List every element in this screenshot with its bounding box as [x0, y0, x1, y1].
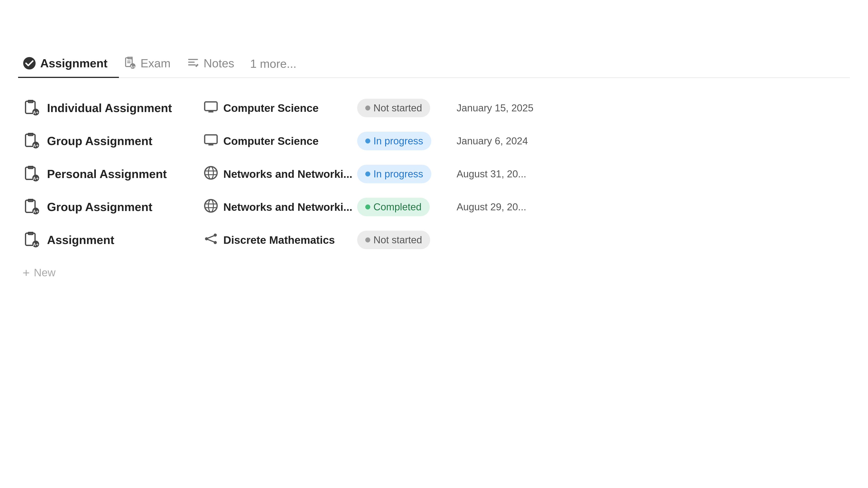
main-container: Assignment A+ Exam [0, 0, 868, 302]
row-label-2: Group Assignment [47, 134, 152, 148]
status-dot-2 [365, 138, 370, 143]
col-status-3: In progress [357, 165, 447, 183]
tab-more-label: 1 more... [250, 57, 296, 70]
svg-point-34 [209, 199, 213, 212]
globe-icon-3 [204, 165, 218, 183]
row-icon-3: A+ [23, 165, 41, 183]
date-label-3: August 31, 20... [457, 168, 526, 180]
row-icon-1: A+ [23, 99, 41, 117]
row-label-1: Individual Assignment [47, 101, 172, 115]
table-row[interactable]: A+ Group Assignment Networks and Network… [18, 191, 850, 223]
svg-text:A+: A+ [130, 65, 135, 69]
svg-point-33 [205, 199, 217, 212]
computer-icon-2 [204, 132, 218, 150]
svg-text:A+: A+ [33, 209, 38, 214]
col-date-1: January 15, 2025 [447, 102, 845, 113]
col-name-2: A+ Group Assignment [23, 132, 204, 150]
col-name-1: A+ Individual Assignment [23, 99, 204, 117]
svg-text:A+: A+ [33, 110, 38, 115]
date-label-1: January 15, 2025 [457, 102, 533, 113]
svg-point-0 [23, 57, 36, 70]
svg-line-44 [208, 236, 214, 238]
svg-text:A+: A+ [33, 176, 38, 181]
tab-more[interactable]: 1 more... [246, 50, 301, 77]
computer-icon-1 [204, 99, 218, 117]
status-text-1: Not started [373, 102, 422, 113]
tab-exam-label: Exam [141, 57, 170, 70]
assignments-table: A+ Individual Assignment Computer Scienc… [18, 92, 850, 256]
col-status-5: Not started [357, 231, 447, 249]
status-badge-2: In progress [357, 132, 431, 150]
new-button-label: New [34, 266, 56, 279]
exam-tab-icon: A+ [123, 57, 136, 70]
svg-line-45 [208, 239, 214, 242]
status-badge-3: In progress [357, 165, 431, 183]
col-subject-5: Discrete Mathematics [204, 231, 357, 249]
col-subject-4: Networks and Networki... [204, 198, 357, 216]
subject-label-1: Computer Science [223, 102, 318, 114]
table-row[interactable]: A+ Individual Assignment Computer Scienc… [18, 92, 850, 125]
row-icon-4: A+ [23, 198, 41, 216]
col-date-3: August 31, 20... [447, 168, 845, 180]
status-text-3: In progress [373, 168, 423, 180]
col-status-4: Completed [357, 198, 447, 216]
assignment-tab-icon [23, 57, 36, 70]
row-label-5: Assignment [47, 233, 114, 247]
status-dot-5 [365, 237, 370, 242]
date-label-2: January 6, 2024 [457, 135, 528, 147]
col-subject-3: Networks and Networki... [204, 165, 357, 183]
svg-text:A+: A+ [33, 143, 38, 148]
col-subject-2: Computer Science [204, 132, 357, 150]
svg-point-25 [205, 166, 217, 179]
date-label-4: August 29, 20... [457, 201, 526, 213]
col-name-3: A+ Personal Assignment [23, 165, 204, 183]
status-badge-1: Not started [357, 99, 430, 117]
status-badge-5: Not started [357, 231, 430, 249]
new-button[interactable]: + New [18, 261, 60, 284]
row-label-4: Group Assignment [47, 200, 152, 214]
svg-rect-11 [205, 102, 217, 111]
plus-icon: + [23, 267, 30, 279]
globe-icon-4 [204, 198, 218, 216]
status-dot-1 [365, 105, 370, 110]
status-dot-3 [365, 171, 370, 176]
notes-tab-icon [186, 57, 199, 70]
tab-assignment-label: Assignment [40, 57, 107, 70]
col-name-5: A+ Assignment [23, 231, 204, 249]
svg-point-26 [209, 166, 213, 179]
table-row[interactable]: A+ Assignment Discrete Mathematics [18, 223, 850, 256]
col-date-2: January 6, 2024 [447, 135, 845, 147]
status-text-2: In progress [373, 135, 423, 147]
tab-assignment[interactable]: Assignment [18, 50, 119, 78]
subject-label-3: Networks and Networki... [223, 168, 352, 180]
tab-notes-label: Notes [204, 57, 235, 70]
subject-label-4: Networks and Networki... [223, 201, 352, 213]
row-label-3: Personal Assignment [47, 167, 167, 181]
tab-exam[interactable]: A+ Exam [119, 50, 182, 78]
status-text-4: Completed [373, 201, 422, 213]
col-subject-1: Computer Science [204, 99, 357, 117]
col-status-2: In progress [357, 132, 447, 150]
status-text-5: Not started [373, 234, 422, 246]
col-status-1: Not started [357, 99, 447, 117]
svg-rect-18 [205, 135, 217, 144]
col-date-4: August 29, 20... [447, 201, 845, 213]
discrete-icon-5 [204, 231, 218, 249]
subject-label-2: Computer Science [223, 135, 318, 147]
status-badge-4: Completed [357, 198, 430, 216]
tab-notes[interactable]: Notes [182, 50, 246, 78]
row-icon-5: A+ [23, 231, 41, 249]
table-row[interactable]: A+ Personal Assignment Networks and Netw… [18, 158, 850, 191]
svg-text:A+: A+ [33, 242, 38, 247]
subject-label-5: Discrete Mathematics [223, 234, 335, 246]
status-dot-4 [365, 204, 370, 209]
table-row[interactable]: A+ Group Assignment Computer Science [18, 125, 850, 158]
tabs-bar: Assignment A+ Exam [18, 50, 850, 78]
row-icon-2: A+ [23, 132, 41, 150]
col-name-4: A+ Group Assignment [23, 198, 204, 216]
